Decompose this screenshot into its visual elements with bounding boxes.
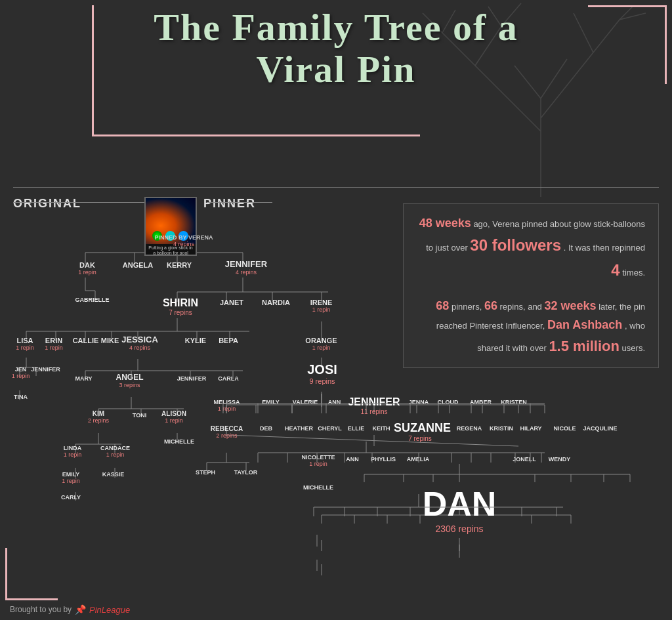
pin-logo: 📌 (75, 604, 86, 615)
footer: Brought to you by 📌 PinLeague (10, 604, 130, 615)
candace-node: CANDACE 1 repin (97, 445, 133, 458)
erin-node: ERIN 1 repin (41, 337, 67, 351)
verena-node: PINNED BY VERENA 4 repins (154, 234, 213, 247)
taylor-node: TAYLOR (231, 469, 261, 476)
followers-highlight: 30 followers (470, 236, 561, 254)
info-text8: users. (622, 343, 645, 353)
irene-node: IRENE 1 repin (303, 299, 339, 313)
rebecca-node: REBECCA 2 repins (209, 425, 245, 439)
nardia-node: NARDIA (258, 299, 294, 306)
steph-node: STEPH (192, 469, 219, 476)
angela-node: ANGELA (121, 261, 154, 269)
deb-node: DEB (255, 425, 278, 432)
suzanne-node: SUZANNE 7 repins (394, 421, 446, 442)
lisa-node: LISA 1 repin (12, 337, 38, 351)
jenna-node: JENNA (406, 399, 432, 405)
title-line1: The Family Tree of a (154, 6, 518, 49)
alison-node: ALISON 1 repin (158, 410, 190, 424)
janet-node: JANET (215, 299, 248, 306)
amber-node: AMBER (466, 399, 495, 405)
users-highlight: 1.5 million (549, 338, 620, 354)
tina-node: TINA (9, 394, 32, 400)
pinner-label-container: PINNER (203, 197, 256, 211)
kim-node: KIM 2 repins (82, 410, 115, 424)
ann2-node: ANN (343, 456, 362, 463)
bepa-node: BEPA (215, 337, 242, 344)
pinners-highlight: 68 (436, 299, 449, 312)
info-box: 48 weeks ago, Verena pinned about glow s… (403, 203, 659, 368)
jennifer3-node: JENNIFER (172, 375, 211, 382)
michelle1-node: MICHELLE (159, 438, 199, 445)
main-title: The Family Tree of a Viral Pin (0, 7, 672, 91)
jennifer2-node: JENNIFER (28, 366, 64, 373)
info-text5: repins, and (500, 302, 545, 312)
hilary-node: HILARY (517, 425, 545, 432)
reach-weeks-highlight: 32 weeks (544, 299, 596, 312)
ann1-node: ANN (323, 399, 346, 405)
shirin-node: SHIRIN 7 repins (158, 297, 203, 316)
gabrielle-node: GABRIELLE (71, 297, 114, 303)
kassie-node: KASSIE (98, 471, 128, 478)
carly-node: CARLY (58, 494, 84, 501)
orig-left-line (13, 202, 144, 203)
emily-josi-node: EMILY (256, 399, 285, 405)
linda-node: LINDA 1 repin (58, 445, 87, 458)
info-text3: times. (622, 268, 645, 278)
toni-node: TONI (128, 412, 151, 419)
melissa-node: MELISSA 1 repin (209, 399, 245, 412)
separator-line (13, 187, 659, 188)
brand-name: PinLeague (89, 605, 130, 615)
footer-text: Brought to you by (10, 605, 72, 614)
weeks-highlight: 48 weeks (419, 217, 471, 230)
nicole-node: NICOLE (550, 425, 579, 432)
mary-node: MARY (69, 375, 98, 382)
michelle2-node: MICHELLE (299, 484, 338, 491)
keith-node: KEITH (369, 425, 394, 432)
kylie-node: KYLIE (182, 337, 209, 344)
info-text4: pinners, (452, 302, 484, 312)
valerie-node: VALERIE (289, 399, 322, 405)
jennifer1-node: JENNIFER 4 repins (223, 259, 269, 276)
cloud-node: CLOUD (433, 399, 463, 405)
title-line2: Viral Pin (256, 48, 415, 91)
amelia-node: AMELIA (402, 456, 434, 463)
josi-node: JOSI 9 repins (299, 362, 345, 385)
orange-node: ORANGE 1 repin (303, 337, 339, 351)
pinner-label: PINNER (203, 197, 256, 211)
cheryl-node: CHERYL (315, 425, 345, 432)
jessica-node: JESSICA 4 repins (120, 335, 159, 351)
border-bottom-left (5, 548, 58, 600)
kristen-node: KRISTEN (497, 399, 530, 405)
repins-highlight: 66 (484, 299, 497, 312)
svg-line-86 (226, 435, 518, 446)
phyllis-node: PHYLLIS (368, 456, 399, 463)
title-section: The Family Tree of a Viral Pin (0, 7, 672, 91)
orig-right-line (207, 202, 272, 203)
mike-node: MIKE (98, 337, 121, 344)
original-pinner-header: ORIGINAL (13, 197, 81, 211)
wendy-node: WENDY (545, 456, 574, 463)
heather-node: HEATHER (281, 425, 317, 432)
carla-node: CARLA (215, 375, 242, 382)
jennifer4-node: JENNIFER 11 repins (348, 396, 400, 415)
influencer-highlight: Dan Ashbach (547, 318, 622, 331)
dan-node: DAN 2306 repins (407, 484, 512, 534)
jacquline-node: JACQULINE (579, 425, 621, 432)
info-text2: . It was then repinned (564, 243, 645, 253)
nicolette-node: NICOLETTE 1 repin (299, 454, 338, 467)
kerry-node: KERRY (163, 261, 196, 269)
kristin-node: KRISTIN (486, 425, 517, 432)
emily2-node: EMILY 1 repin (58, 471, 84, 484)
angel-node: ANGEL 3 repins (112, 373, 148, 388)
dak-node: DAK 1 repin (71, 261, 104, 276)
jonell-node: JONELL (509, 456, 540, 463)
regena-node: REGENA (453, 425, 486, 432)
repinned-highlight: 4 (611, 261, 620, 279)
ellie-node: ELLIE (345, 425, 368, 432)
original-label: ORIGINAL (13, 197, 81, 211)
callie-node: CALLIE (71, 337, 100, 344)
